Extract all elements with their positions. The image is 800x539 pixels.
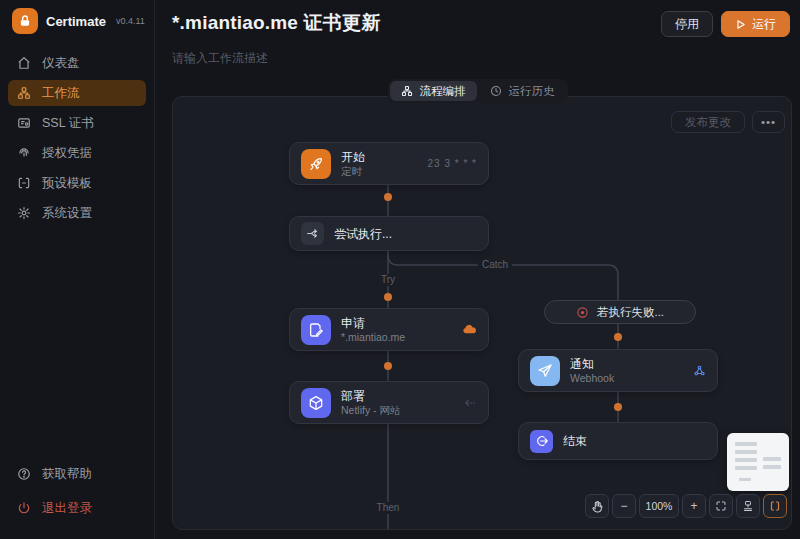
- paper-plane-icon: [530, 356, 560, 386]
- sidebar-item-workflows[interactable]: 工作流: [8, 80, 146, 106]
- app-version: v0.4.11: [116, 16, 145, 26]
- brand-name: Certimate: [46, 14, 106, 29]
- run-button-label: 运行: [752, 16, 776, 33]
- workflow-description-placeholder[interactable]: 请输入工作流描述: [172, 50, 790, 67]
- sidebar-item-help[interactable]: 获取帮助: [8, 461, 146, 487]
- publish-changes-button[interactable]: 发布更改: [671, 111, 745, 133]
- tab-run-history[interactable]: 运行历史: [479, 81, 566, 101]
- sidebar-item-label: 工作流: [42, 85, 80, 102]
- node-subtitle: 定时: [341, 165, 365, 178]
- cube-icon: [301, 388, 331, 418]
- zoom-level-button[interactable]: 100%: [639, 494, 679, 518]
- template-brackets-icon: [17, 176, 31, 190]
- hand-icon: [591, 500, 604, 513]
- node-catch-block[interactable]: 若执行失败...: [544, 300, 696, 324]
- pan-hand-button[interactable]: [585, 494, 609, 518]
- cron-expression: 23 3 * * *: [428, 158, 477, 169]
- node-title: 结束: [563, 434, 587, 448]
- sidebar-item-credentials[interactable]: 授权凭据: [8, 140, 146, 166]
- edge-label-catch: Catch: [478, 259, 512, 271]
- tab-flow-editor[interactable]: 流程编排: [390, 81, 477, 101]
- sidebar-item-templates[interactable]: 预设模板: [8, 170, 146, 196]
- lock-logo-icon: [12, 8, 38, 34]
- node-title: 部署: [341, 389, 401, 403]
- webhook-icon: [693, 364, 706, 377]
- tab-label: 运行历史: [509, 84, 555, 99]
- sidebar-footer: 获取帮助 退出登录: [8, 461, 146, 529]
- power-icon: [17, 501, 31, 515]
- auto-layout-button[interactable]: [736, 494, 760, 518]
- play-icon: [735, 19, 746, 30]
- dashed-arrow-icon: [464, 398, 477, 408]
- brackets-icon: [769, 500, 781, 512]
- fail-target-icon: [576, 306, 589, 319]
- sidebar-item-logout[interactable]: 退出登录: [8, 495, 146, 521]
- sidebar-item-dashboard[interactable]: 仪表盘: [8, 50, 146, 76]
- sidebar-item-label: 系统设置: [42, 205, 92, 222]
- sidebar-item-label: 获取帮助: [42, 466, 92, 483]
- history-clock-icon: [490, 85, 502, 97]
- view-tabbar: 流程编排 运行历史: [155, 79, 800, 103]
- sidebar-item-label: 仪表盘: [42, 55, 80, 72]
- disable-button[interactable]: 停用: [661, 11, 713, 37]
- branch-split-icon: [301, 222, 324, 245]
- canvas-toolbar: − 100% +: [585, 494, 787, 518]
- workflow-canvas[interactable]: 发布更改 ••• Try Catch Then 开始 定时: [172, 96, 792, 530]
- node-deploy[interactable]: 部署 Netlify - 网站: [289, 381, 489, 424]
- node-end[interactable]: 结束: [518, 422, 718, 460]
- node-title: 通知: [570, 357, 614, 371]
- fit-view-button[interactable]: [709, 494, 733, 518]
- node-title: 开始: [341, 150, 365, 164]
- gear-icon: [17, 206, 31, 220]
- edge-label-try: Try: [377, 274, 399, 286]
- minimap-toggle-button[interactable]: [763, 494, 787, 518]
- node-subtitle: Netlify - 网站: [341, 404, 401, 417]
- node-title: 尝试执行...: [334, 227, 392, 241]
- tab-group: 流程编排 运行历史: [388, 79, 568, 103]
- canvas-actions: 发布更改 •••: [671, 111, 785, 133]
- more-options-button[interactable]: •••: [752, 111, 785, 133]
- header-actions: 停用 运行: [661, 11, 790, 37]
- node-title: 若执行失败...: [597, 305, 664, 320]
- sidebar-item-label: 授权凭据: [42, 145, 92, 162]
- certificate-request-icon: [301, 315, 331, 345]
- zoom-out-button[interactable]: −: [612, 494, 636, 518]
- aliyun-cloud-icon: [462, 324, 477, 335]
- node-subtitle: *.miantiao.me: [341, 331, 405, 344]
- sidebar: Certimate v0.4.11 仪表盘 工作流 SSL 证书 授权凭据 预设…: [0, 0, 155, 539]
- brand-row: Certimate v0.4.11: [0, 0, 154, 50]
- edge-label-then: Then: [373, 502, 404, 514]
- workflow-icon: [17, 86, 31, 100]
- sidebar-menu: 仪表盘 工作流 SSL 证书 授权凭据 预设模板 系统设置: [0, 50, 154, 226]
- fingerprint-icon: [17, 146, 31, 160]
- zoom-in-button[interactable]: +: [682, 494, 706, 518]
- run-button[interactable]: 运行: [721, 11, 790, 37]
- node-title: 申请: [341, 316, 405, 330]
- node-subtitle: Webhook: [570, 372, 614, 385]
- node-notify[interactable]: 通知 Webhook: [518, 349, 718, 392]
- node-apply[interactable]: 申请 *.miantiao.me: [289, 308, 489, 351]
- node-start[interactable]: 开始 定时 23 3 * * *: [289, 142, 489, 185]
- sidebar-item-label: 预设模板: [42, 175, 92, 192]
- certificate-icon: [17, 116, 31, 130]
- sidebar-item-certificates[interactable]: SSL 证书: [8, 110, 146, 136]
- sidebar-item-label: SSL 证书: [42, 115, 94, 132]
- node-try-block[interactable]: 尝试执行...: [289, 216, 489, 251]
- page-header: *.miantiao.me 证书更新 请输入工作流描述 停用 运行: [172, 10, 790, 67]
- end-exit-icon: [530, 430, 553, 453]
- flow-icon: [401, 85, 413, 97]
- rocket-icon: [301, 149, 331, 179]
- auto-layout-icon: [742, 500, 754, 512]
- fit-view-icon: [715, 500, 727, 512]
- sidebar-item-settings[interactable]: 系统设置: [8, 200, 146, 226]
- sidebar-item-label: 退出登录: [42, 500, 92, 517]
- minimap[interactable]: [727, 433, 789, 491]
- help-circle-icon: [17, 467, 31, 481]
- tab-label: 流程编排: [420, 84, 466, 99]
- home-icon: [17, 56, 31, 70]
